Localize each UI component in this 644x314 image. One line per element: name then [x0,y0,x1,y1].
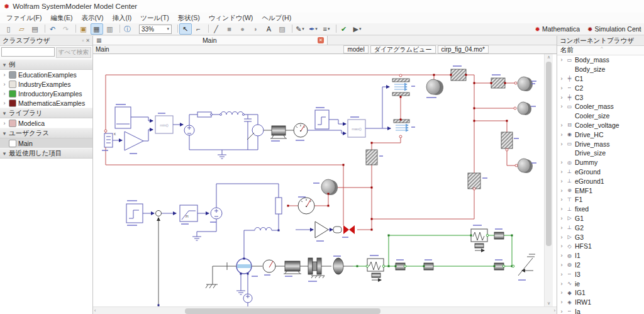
undo-button[interactable]: ↶ [47,23,59,35]
mathematica-button[interactable]: ✹ Mathematica [535,25,580,33]
speed-sensor-1[interactable] [294,123,308,137]
text-tool-button[interactable]: A [263,23,275,35]
thermal-conductor-k2[interactable] [491,78,505,88]
expander-icon[interactable]: › [559,196,564,203]
expander-icon[interactable]: › [559,103,564,109]
expander-icon[interactable]: › [559,132,564,138]
tree-row[interactable]: ▾ ユーザクラス [0,128,92,138]
component-row[interactable]: › ◈ IRW1 [557,298,644,307]
scroll-up-icon[interactable]: ∧ [547,54,550,60]
heat-exchanger-1[interactable] [367,259,384,280]
diagram-canvas[interactable]: K min() [93,54,557,306]
thermal-resistor[interactable] [366,150,377,165]
zoom-level-combo[interactable]: 33% ▾ [139,25,172,34]
menu-item[interactable]: ファイル(F) [2,13,46,23]
expander-icon[interactable]: › [559,234,564,240]
inductor-2[interactable] [255,228,272,231]
expander-icon[interactable]: › [559,141,564,147]
component-row[interactable]: › ▷ G3 [557,232,644,242]
simulate-button[interactable]: ▶ ▾ [351,23,364,35]
tab-main[interactable]: ▦ Main ✕ [93,36,328,45]
horizontal-scrollbar[interactable]: ‹ › [93,306,557,314]
expander-icon[interactable]: › [559,289,564,296]
expander-icon[interactable]: › [2,100,7,106]
pump-3[interactable] [494,263,504,270]
menu-item[interactable]: 表示(V) [77,13,108,23]
scroll-down-icon[interactable]: ∨ [547,300,550,306]
component-row[interactable]: › ◇ HFS1 [557,242,644,251]
open-button[interactable]: ▱ [16,23,28,35]
feedback-sum[interactable] [156,211,162,216]
name-column-header[interactable]: 名前 ^ [557,46,644,55]
ambient-symbol[interactable] [518,254,535,276]
diagram-view-button[interactable]: ▦ [91,23,103,35]
signal-voltage-source-1[interactable] [184,125,194,135]
expander-icon[interactable]: › [559,225,564,231]
temperature-sensor[interactable]: K [104,132,116,147]
simulation-center-button[interactable]: ✹ Simulation Center [587,25,641,33]
component-row[interactable]: › ⊤ F1 [557,195,644,205]
fill-color-button[interactable]: ✒ ▾ [307,23,319,35]
breadcrumb[interactable]: Main [96,46,109,53]
tree-row[interactable]: ▾ ライブラリ [0,108,92,118]
close-panel-icon[interactable]: ✕ [86,38,90,43]
horizontal-scroll-thumb[interactable] [185,308,380,314]
expander-icon[interactable]: › [559,299,564,305]
signal-current-source[interactable] [243,294,252,303]
tree-row[interactable]: › IntroductoryExamples [0,89,92,98]
zoom-dropdown-icon[interactable]: ▾ [167,26,169,31]
expander-icon[interactable]: ▾ [2,62,7,68]
component-row[interactable]: › ╪ C1 [557,74,644,84]
heat-capacitor-1[interactable] [518,77,533,91]
vertical-scrollbar[interactable]: ∧ ∨ [544,54,553,306]
expander-icon[interactable]: › [559,308,564,314]
expander-icon[interactable]: › [2,120,7,126]
component-row[interactable]: › ▭ Cooler_mass [557,102,644,111]
tree-row[interactable]: › IndustryExamples [0,79,92,89]
menu-item[interactable]: ヘルプ(H) [257,13,296,23]
polygon-tool-button[interactable]: ◗ [250,23,262,35]
component-row[interactable]: › ◉ Drive_HC [557,130,644,139]
vertical-scroll-thumb[interactable] [546,62,552,246]
new-file-button[interactable]: ▯ [3,23,15,35]
save-button[interactable]: ▤ [29,23,42,35]
gearbox-2[interactable] [284,261,301,274]
expander-icon[interactable]: › [2,91,7,97]
info-button[interactable]: ⓘ [121,23,134,35]
scroll-left-icon[interactable]: ‹ [94,308,96,313]
tree-row[interactable]: ▾ 最近使用した項目 [0,148,92,159]
component-row[interactable]: › ╌ Ia [557,307,644,314]
text-view-button[interactable]: ▥ [104,23,116,35]
component-row[interactable]: › ◍ I1 [557,251,644,261]
expander-icon[interactable]: › [559,169,564,175]
tab-close-icon[interactable]: ✕ [318,37,324,43]
heat-capacitor-3[interactable] [518,159,533,173]
expander-icon[interactable]: › [559,122,564,128]
tree-row[interactable]: Main [0,138,92,148]
rectangle-tool-button[interactable]: ■ [223,23,236,35]
component-row[interactable]: › ⊥ fixed [557,205,644,214]
expander-icon[interactable]: › [559,243,564,249]
model-diagram[interactable]: K min() [93,54,545,306]
component-row[interactable]: › ⊥ G2 [557,223,644,232]
component-row[interactable]: › ◎ Dummy [557,158,644,167]
component-row[interactable]: › ▭ Body_mass [557,55,644,65]
menu-item[interactable]: 形状(S) [174,13,204,23]
component-row[interactable]: › ╌ I3 [557,269,644,279]
tree-row[interactable]: › MathematicaExamples [0,98,92,108]
class-search-input[interactable] [1,47,55,57]
step-source-1[interactable] [315,110,329,129]
table-source[interactable] [115,107,131,128]
icon-view-button[interactable]: ▣ [77,23,90,35]
dc-motor[interactable] [236,259,252,274]
tree-row[interactable]: ▾ 例 [0,59,92,70]
expander-icon[interactable]: › [559,85,564,91]
component-row[interactable]: › ⊕ EMF1 [557,186,644,195]
component-row[interactable]: › ╪ C3 [557,93,644,102]
component-row[interactable]: › ∿ ie [557,279,644,288]
thermal-conductor-body[interactable] [468,173,480,189]
component-row[interactable]: Body_size [557,65,644,74]
speed-sensor-2[interactable] [298,198,314,214]
heat-capacitor-motor[interactable] [426,79,443,95]
pump-4[interactable] [494,232,504,239]
